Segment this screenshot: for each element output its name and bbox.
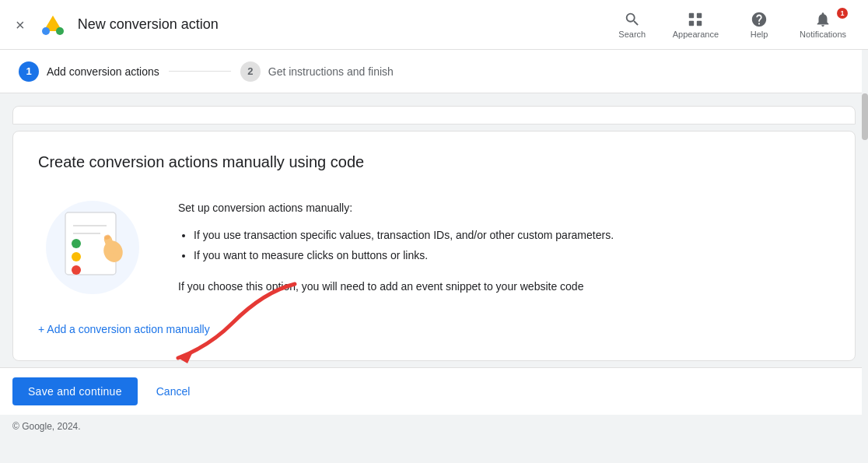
- svg-point-10: [72, 239, 81, 248]
- notifications-wrapper: Notifications 1: [790, 5, 856, 45]
- svg-rect-5: [697, 20, 702, 25]
- scroll-track: [862, 50, 868, 463]
- card-body: Set up conversion actions manually: If y…: [38, 193, 830, 304]
- top-strip: [12, 106, 856, 125]
- svg-rect-3: [697, 12, 702, 17]
- card-description: Set up conversion actions manually: If y…: [178, 193, 830, 304]
- step-1-label: Add conversion actions: [47, 65, 159, 78]
- page-footer: © Google, 2024.: [0, 415, 868, 438]
- page-title: New conversion action: [78, 16, 219, 33]
- svg-rect-4: [689, 20, 694, 25]
- svg-rect-2: [689, 12, 694, 17]
- search-icon: [624, 11, 641, 28]
- notifications-icon: [814, 11, 831, 28]
- app-header: × New conversion action Search Appearanc…: [0, 0, 868, 50]
- code-illustration: [38, 193, 147, 302]
- help-button[interactable]: Help: [734, 5, 784, 45]
- help-label: Help: [751, 30, 768, 39]
- annotation-area: + Add a conversion action manually: [38, 323, 830, 335]
- description-intro: Set up conversion actions manually:: [178, 199, 830, 216]
- appearance-icon: [687, 11, 704, 28]
- description-outro: If you choose this option, you will need…: [178, 278, 830, 295]
- conversion-card: Create conversion actions manually using…: [12, 131, 856, 361]
- search-label: Search: [618, 30, 646, 39]
- description-list: If you use transaction specific values, …: [194, 226, 830, 265]
- google-ads-logo: [40, 12, 65, 37]
- bullet-1: If you use transaction specific values, …: [194, 226, 830, 245]
- step-connector: [169, 71, 231, 72]
- step-2-label: Get instructions and finish: [268, 65, 394, 78]
- help-icon: [751, 11, 768, 28]
- header-right: Search Appearance Help Notifications: [607, 5, 856, 45]
- bullet-2: If you want to measure clicks on buttons…: [194, 246, 830, 265]
- copyright-text: © Google, 2024.: [12, 421, 81, 432]
- notifications-badge: 1: [837, 8, 848, 19]
- step-1: 1 Add conversion actions: [19, 61, 159, 82]
- svg-point-1: [56, 27, 64, 35]
- stepper: 1 Add conversion actions 2 Get instructi…: [19, 61, 394, 82]
- search-button[interactable]: Search: [607, 5, 657, 45]
- main-content: Create conversion actions manually using…: [0, 93, 868, 361]
- svg-point-12: [72, 265, 81, 275]
- step-1-circle: 1: [19, 61, 39, 82]
- stepper-bar: 1 Add conversion actions 2 Get instructi…: [0, 50, 868, 93]
- step-2-circle: 2: [240, 61, 261, 82]
- card-title: Create conversion actions manually using…: [38, 153, 830, 171]
- svg-point-11: [72, 252, 81, 261]
- header-left: × New conversion action: [12, 12, 607, 37]
- appearance-label: Appearance: [673, 30, 719, 39]
- close-button[interactable]: ×: [12, 14, 28, 36]
- step-2: 2 Get instructions and finish: [240, 61, 394, 82]
- add-manual-link[interactable]: + Add a conversion action manually: [38, 323, 210, 335]
- svg-point-0: [42, 27, 50, 35]
- card-illustration: [38, 193, 147, 302]
- cancel-button[interactable]: Cancel: [144, 377, 203, 405]
- notifications-label: Notifications: [800, 30, 846, 39]
- scroll-thumb[interactable]: [862, 93, 868, 140]
- appearance-button[interactable]: Appearance: [663, 5, 728, 45]
- save-continue-button[interactable]: Save and continue: [12, 377, 138, 405]
- footer-bar: Save and continue Cancel: [0, 367, 868, 415]
